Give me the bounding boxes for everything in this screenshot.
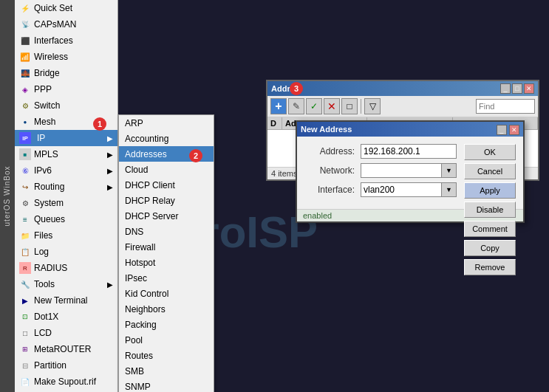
tools-arrow-icon: ▶ [107, 281, 113, 289]
sidebar-item-wireless[interactable]: 📶 Wireless [15, 49, 117, 65]
submenu-item-pool[interactable]: Pool [119, 332, 214, 348]
sidebar-item-radius[interactable]: R RADIUS [15, 260, 117, 276]
address-field-input[interactable] [361, 144, 457, 159]
submenu-item-dhcp-client[interactable]: DHCP Client [119, 177, 214, 193]
sidebar-item-make[interactable]: 📄 Make Supout.rif [15, 374, 117, 390]
col-d-header: D [267, 117, 282, 129]
sidebar-item-label: Wireless [34, 52, 68, 62]
sidebar-item-quick-set[interactable]: ⚡ Quick Set [15, 0, 117, 16]
sidebar-item-label: Bridge [34, 68, 60, 78]
address-list-titlebar[interactable]: Addr... _ □ ✕ [267, 81, 538, 96]
submenu-item-firewall[interactable]: Firewall [119, 239, 214, 255]
hotspot-label: Hotspot [125, 258, 155, 268]
interface-field-input[interactable] [361, 182, 442, 197]
submenu-item-packing[interactable]: Packing [119, 317, 214, 332]
new-address-status-text: enabled [303, 211, 332, 220]
sidebar-item-interfaces[interactable]: ⬛ Interfaces [15, 32, 117, 49]
terminal-icon: ▶ [19, 295, 31, 306]
sidebar-item-label: Queues [34, 214, 65, 224]
addr-window-minimize[interactable]: _ [500, 83, 511, 94]
address-field-row: Address: [306, 144, 457, 159]
copy-button[interactable]: Copy [464, 240, 516, 256]
submenu-item-ipsec[interactable]: IPsec [119, 270, 214, 286]
submenu-item-accounting[interactable]: Accounting [119, 131, 214, 146]
submenu-item-dhcp-relay[interactable]: DHCP Relay [119, 193, 214, 208]
submenu-item-kid-control[interactable]: Kid Control [119, 286, 214, 301]
winbox-side-panel: uterOS WinBox [0, 0, 15, 392]
address-field-label: Address: [306, 146, 355, 157]
new-address-titlebar[interactable]: New Address _ ✕ [297, 122, 523, 137]
sidebar-item-label: Make Supout.rif [34, 376, 96, 387]
sidebar-item-log[interactable]: 📋 Log [15, 244, 117, 260]
sidebar-item-lcd[interactable]: □ LCD [15, 325, 117, 341]
submenu-item-routes[interactable]: Routes [119, 348, 214, 363]
submenu-item-dns[interactable]: DNS [119, 224, 214, 239]
find-input[interactable] [476, 99, 535, 114]
interfaces-icon: ⬛ [19, 35, 31, 47]
queues-icon: ≡ [19, 213, 31, 225]
kid-control-label: Kid Control [125, 289, 168, 299]
disable-button[interactable]: Disable [464, 202, 516, 218]
submenu-item-cloud[interactable]: Cloud [119, 162, 214, 177]
addr-window-maximize[interactable]: □ [512, 83, 522, 94]
sidebar-item-ppp[interactable]: ◈ PPP [15, 81, 117, 97]
filter-button[interactable]: ▽ [364, 98, 381, 114]
comment-button[interactable]: Comment [464, 221, 516, 237]
submenu-item-neighbors[interactable]: Neighbors [119, 301, 214, 317]
network-dropdown-button[interactable]: ▼ [442, 163, 457, 178]
dialog-button-panel: OK Cancel Apply Disable Comment Copy Rem… [464, 144, 516, 275]
sidebar-item-label: MPLS [34, 149, 58, 159]
submenu-item-smb[interactable]: SMB [119, 363, 214, 379]
sidebar-item-label: PPP [34, 84, 52, 94]
quick-set-icon: ⚡ [19, 2, 31, 14]
sidebar-item-bridge[interactable]: 🌉 Bridge [15, 65, 117, 81]
submenu-item-snmp[interactable]: SNMP [119, 379, 214, 392]
sidebar-item-label: Mesh [34, 117, 55, 127]
sidebar: ⚡ Quick Set 📡 CAPsMAN ⬛ Interfaces 📶 Wir… [15, 0, 118, 392]
apply-button[interactable]: Apply [464, 182, 516, 199]
network-field-input[interactable] [361, 163, 442, 178]
routes-label: Routes [125, 351, 153, 361]
add-address-button[interactable]: + [270, 98, 287, 114]
new-addr-close[interactable]: ✕ [509, 125, 519, 135]
sidebar-item-system[interactable]: ⚙ System [15, 195, 117, 211]
delete-address-button[interactable]: ✕ [324, 98, 340, 114]
remove-button[interactable]: Remove [464, 259, 516, 275]
ip-arrow-icon: ▶ [107, 134, 113, 142]
new-addr-minimize[interactable]: _ [497, 125, 507, 135]
sidebar-item-routing[interactable]: ↪ Routing ▶ [15, 179, 117, 195]
dhcp-client-label: DHCP Client [125, 180, 175, 190]
sidebar-item-metarouter[interactable]: ⊞ MetaROUTER [15, 341, 117, 357]
sidebar-item-ipv6[interactable]: ⑥ IPv6 ▶ [15, 162, 117, 179]
sidebar-item-queues[interactable]: ≡ Queues [15, 211, 117, 227]
cancel-button[interactable]: Cancel [464, 163, 516, 179]
sidebar-item-label: Routing [34, 182, 64, 192]
ok-button[interactable]: OK [464, 144, 516, 160]
interface-field-label: Interface: [306, 185, 355, 195]
sidebar-item-switch[interactable]: ⚙ Switch [15, 97, 117, 114]
ip-icon: IP [19, 132, 31, 144]
ipsec-label: IPsec [125, 273, 147, 283]
log-icon: 📋 [19, 246, 31, 258]
system-icon: ⚙ [19, 197, 31, 209]
submenu-item-hotspot[interactable]: Hotspot [119, 255, 214, 270]
submenu-item-arp[interactable]: ARP [119, 115, 214, 131]
sidebar-item-files[interactable]: 📁 Files [15, 227, 117, 244]
files-icon: 📁 [19, 230, 31, 241]
accounting-label: Accounting [125, 134, 168, 144]
sidebar-item-ip[interactable]: IP IP ▶ [15, 130, 117, 146]
arp-label: ARP [125, 118, 143, 128]
interface-dropdown-button[interactable]: ▼ [442, 182, 457, 197]
submenu-item-dhcp-server[interactable]: DHCP Server [119, 208, 214, 224]
edit-address-button[interactable]: ✎ [288, 98, 304, 114]
sidebar-item-capsman[interactable]: 📡 CAPsMAN [15, 16, 117, 32]
copy-address-button[interactable]: □ [341, 98, 358, 114]
sidebar-item-tools[interactable]: 🔧 Tools ▶ [15, 276, 117, 292]
check-address-button[interactable]: ✓ [306, 98, 322, 114]
sidebar-item-dot1x[interactable]: ⊡ Dot1X [15, 309, 117, 325]
sidebar-item-mpls[interactable]: ■ MPLS ▶ [15, 146, 117, 162]
sidebar-item-partition[interactable]: ⊟ Partition [15, 357, 117, 374]
addr-window-close[interactable]: ✕ [524, 83, 534, 94]
sidebar-item-new-terminal[interactable]: ▶ New Terminal [15, 292, 117, 309]
dhcp-server-label: DHCP Server [125, 211, 178, 221]
